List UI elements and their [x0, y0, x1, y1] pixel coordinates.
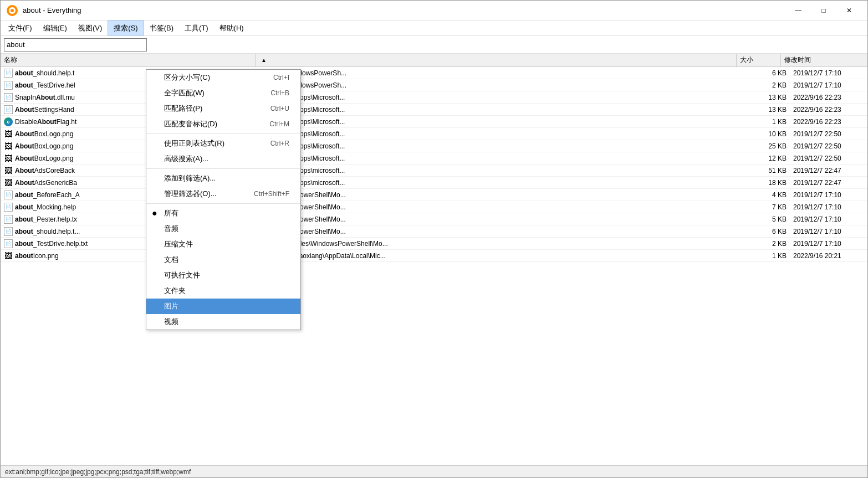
- dropdown-item-manage-filter[interactable]: 管理筛选器(O)...Ctrl+Shift+F: [146, 186, 300, 202]
- file-icon: 🖼: [4, 130, 13, 138]
- cell-modified: 2022/9/16 20:21: [790, 252, 867, 260]
- dropdown-item-advanced-search[interactable]: 高级搜索(A)...: [146, 151, 300, 167]
- close-button[interactable]: ✕: [836, 2, 862, 19]
- table-row[interactable]: 📄 about_should.help.t... C:\...\indowsPo…: [1, 225, 867, 238]
- cell-size: 7 KB: [746, 203, 790, 211]
- cell-path: C:\...\indowsApps\Microsoft...: [256, 94, 746, 101]
- dropdown-item-executables[interactable]: 可执行文件: [146, 268, 300, 283]
- menu-separator: [146, 168, 300, 169]
- cell-modified: 2019/12/7 22:50: [790, 142, 867, 150]
- cell-path: C:\Users\baibaoxiang\AppData\Local\Mic..…: [256, 252, 746, 260]
- table-row[interactable]: 🖼 aboutIcon.png C:\Users\baibaoxiang\App…: [1, 250, 867, 262]
- table-row[interactable]: 🖼 AboutBoxLogo.png C:\...\indowsApps\Mic…: [1, 140, 867, 152]
- shortcut-label: Ctrl+B: [254, 89, 289, 97]
- cell-modified: 2019/12/7 17:10: [790, 81, 867, 89]
- search-input[interactable]: [4, 38, 147, 52]
- menu-view[interactable]: 视图(V): [73, 20, 108, 35]
- shortcut-label: Ctrl+M: [253, 120, 289, 128]
- dropdown-item-audio[interactable]: 音频: [146, 221, 300, 237]
- dropdown-item-pictures[interactable]: 图片: [146, 299, 300, 314]
- menu-tools[interactable]: 工具(T): [179, 20, 214, 35]
- table-header: 名称 ▲ 大小 修改时间: [1, 54, 867, 67]
- minimize-button[interactable]: —: [785, 2, 811, 19]
- cell-size: 18 KB: [746, 179, 790, 187]
- menu-item-label: 文件夹: [164, 286, 186, 296]
- menu-item-label: 匹配路径(P): [164, 104, 202, 114]
- dropdown-item-case-sensitive[interactable]: 区分大小写(C)Ctrl+I: [146, 70, 300, 85]
- title-bar: about - Everything — □ ✕: [1, 1, 867, 20]
- table-row[interactable]: 📄 about_Mocking.help C:\...\indowsPowerS…: [1, 201, 867, 213]
- cell-modified: 2019/12/7 17:10: [790, 203, 867, 211]
- table-row[interactable]: e DisableAboutFlag.ht C:\...\indowsApps\…: [1, 116, 867, 128]
- search-bar: [1, 36, 867, 54]
- filename: about_should.help.t...: [15, 228, 80, 235]
- dropdown-item-use-regex[interactable]: 使用正则表达式(R)Ctrl+R: [146, 136, 300, 151]
- file-icon: 🖼: [4, 142, 13, 151]
- menu-bookmark[interactable]: 书签(B): [144, 20, 179, 35]
- col-path: ▲: [256, 54, 737, 66]
- app-logo: [6, 4, 18, 17]
- dropdown-item-whole-word[interactable]: 全字匹配(W)Ctrl+B: [146, 85, 300, 101]
- cell-path: C:\...\indowsApps\Microsoft...: [256, 142, 746, 150]
- menu-item-label: 添加到筛选(A)...: [164, 173, 216, 183]
- table-row[interactable]: 🖼 AboutAdsCoreBack C:\...\indowsApps\mic…: [1, 165, 867, 177]
- cell-size: 6 KB: [746, 228, 790, 235]
- filename: AboutAdsGenericBa: [15, 179, 77, 187]
- cell-path: C:\...\indowsApps\Microsoft...: [256, 118, 746, 126]
- cell-path: C:\...\indowsApps\Microsoft...: [256, 106, 746, 114]
- menu-item-label: 可执行文件: [164, 270, 200, 280]
- table-row[interactable]: 📄 about_should.help.t C:\...\B6)\Windows…: [1, 67, 867, 79]
- table-row[interactable]: 📄 about_BeforeEach_A C:\...\indowsPowerS…: [1, 189, 867, 201]
- cell-path: C:\...\indowsApps\microsoft...: [256, 167, 746, 174]
- dropdown-item-videos[interactable]: 视频: [146, 314, 300, 330]
- sort-arrow-icon: ▲: [261, 57, 267, 63]
- filename: about_Pester.help.tx: [15, 215, 77, 223]
- shortcut-label: Ctrl+U: [254, 105, 289, 112]
- table-row[interactable]: 🖼 AboutBoxLogo.png C:\...\indowsApps\Mic…: [1, 152, 867, 165]
- table-row[interactable]: 📄 about_TestDrive.help.txt C:\Program Fi…: [1, 238, 867, 250]
- filename: about_TestDrive.hel: [15, 81, 75, 89]
- col-modified: 修改时间: [781, 54, 859, 66]
- maximize-button[interactable]: □: [811, 2, 836, 19]
- dropdown-item-match-diacritics[interactable]: 匹配变音标记(D)Ctrl+M: [146, 116, 300, 132]
- dropdown-item-add-to-filter[interactable]: 添加到筛选(A)...: [146, 171, 300, 186]
- menu-help[interactable]: 帮助(H): [214, 20, 249, 35]
- table-row[interactable]: 📄 SnapInAbout.dll.mu C:\...\indowsApps\M…: [1, 91, 867, 104]
- file-icon: 📄: [4, 191, 13, 199]
- filename: AboutSettingsHand: [15, 106, 74, 114]
- file-icon: 🖼: [4, 251, 13, 260]
- table-row[interactable]: 📄 AboutSettingsHand C:\...\indowsApps\Mi…: [1, 104, 867, 116]
- dropdown-item-match-path[interactable]: 匹配路径(P)Ctrl+U: [146, 101, 300, 116]
- cell-modified: 2019/12/7 17:10: [790, 215, 867, 223]
- table-row[interactable]: 📄 about_Pester.help.tx C:\...\indowsPowe…: [1, 213, 867, 225]
- cell-size: 2 KB: [746, 81, 790, 89]
- filename: about_should.help.t: [15, 69, 74, 77]
- menu-item-label: 压缩文件: [164, 239, 193, 249]
- file-icon: 📄: [4, 93, 13, 102]
- table-row[interactable]: 📄 about_TestDrive.hel C:\...\B6)\Windows…: [1, 79, 867, 91]
- dropdown-item-folders[interactable]: 文件夹: [146, 283, 300, 299]
- col-size: 大小: [737, 54, 781, 66]
- cell-size: 51 KB: [746, 167, 790, 174]
- menu-file[interactable]: 文件(F): [3, 20, 38, 35]
- dropdown-item-documents[interactable]: 文档: [146, 252, 300, 268]
- menu-search[interactable]: 搜索(S): [108, 20, 144, 35]
- table-row[interactable]: 🖼 AboutAdsGenericBa C:\...\indowsApps\mi…: [1, 177, 867, 189]
- cell-size: 5 KB: [746, 215, 790, 223]
- main-window: about - Everything — □ ✕ 文件(F) 编辑(E) 视图(…: [0, 0, 868, 478]
- dropdown-item-all[interactable]: ●所有: [146, 205, 300, 221]
- menu-item-label: 管理筛选器(O)...: [164, 189, 217, 199]
- selected-bullet-icon: ●: [152, 208, 157, 218]
- file-icon: 📄: [4, 105, 13, 114]
- menu-edit[interactable]: 编辑(E): [38, 20, 73, 35]
- cell-size: 25 KB: [746, 142, 790, 150]
- dropdown-item-compressed[interactable]: 压缩文件: [146, 237, 300, 252]
- cell-modified: 2019/12/7 17:10: [790, 228, 867, 235]
- filename: SnapInAbout.dll.mu: [15, 94, 75, 101]
- cell-path: C:\Program Files\WindowsPowerShell\Mo...: [256, 240, 746, 248]
- table-row[interactable]: 🖼 AboutBoxLogo.png C:\...\indowsApps\Mic…: [1, 128, 867, 140]
- cell-path: C:\...\indowsApps\Microsoft...: [256, 130, 746, 138]
- shortcut-label: Ctrl+Shift+F: [237, 190, 289, 198]
- cell-path: C:\...\indowsPowerShell\Mo...: [256, 203, 746, 211]
- cell-modified: 2019/12/7 22:47: [790, 179, 867, 187]
